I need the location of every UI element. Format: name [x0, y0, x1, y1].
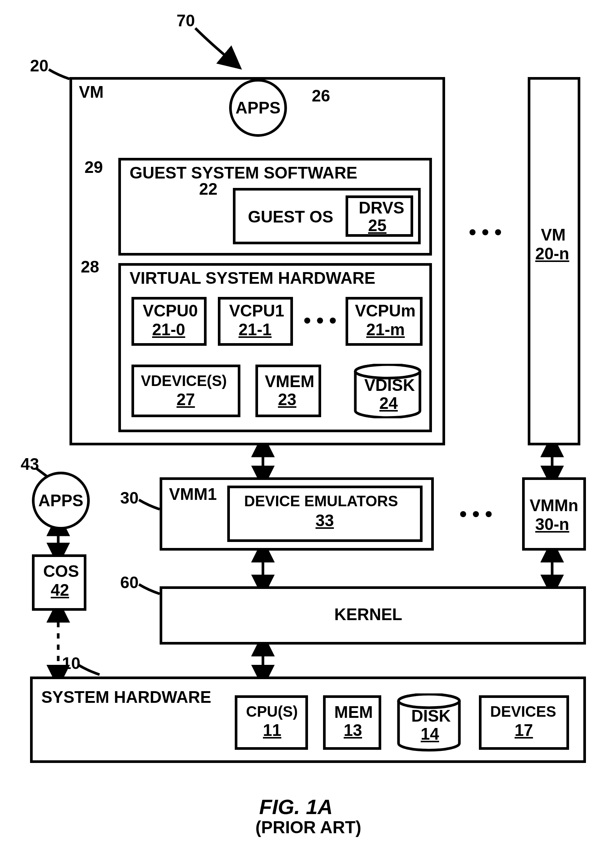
- cos-label: COS: [43, 562, 79, 581]
- ref-vcpu1: 21-1: [239, 320, 272, 339]
- apps-vm-label: APPS: [236, 98, 281, 118]
- apps-cos-label: APPS: [38, 491, 83, 510]
- vmmn-label: VMMn: [530, 496, 578, 515]
- vcpu0-label: VCPU0: [143, 301, 198, 321]
- ref-vmmn: 30-n: [535, 515, 569, 534]
- cpus-label: CPU(S): [246, 703, 298, 720]
- ref-vmn: 20-n: [535, 244, 569, 263]
- ref-10: 10: [62, 654, 80, 673]
- device-emulators-label: DEVICE EMULATORS: [244, 492, 398, 510]
- ref-disk: 14: [421, 725, 439, 744]
- gss-label: GUEST SYSTEM SOFTWARE: [130, 163, 357, 183]
- kernel-label: KERNEL: [334, 605, 402, 624]
- vmm-ellipsis: [460, 511, 492, 517]
- ref-33: 33: [316, 511, 334, 530]
- ref-vdisk: 24: [379, 394, 398, 413]
- vcpum-label: VCPUm: [355, 301, 415, 321]
- ref-mem: 13: [344, 721, 362, 740]
- ref-cos: 42: [51, 581, 69, 600]
- vmem-label: VMEM: [265, 372, 314, 391]
- devices-label: DEVICES: [490, 703, 556, 720]
- vsh-label: VIRTUAL SYSTEM HARDWARE: [130, 269, 375, 288]
- vmn-label: VM: [541, 226, 566, 245]
- disk-label: DISK: [411, 707, 451, 726]
- vmm1-label: VMM1: [169, 485, 217, 504]
- drvs-label: DRVS: [359, 198, 404, 218]
- ref-22: 22: [199, 180, 217, 199]
- vm-ellipsis: [470, 229, 501, 235]
- vcpu-ellipsis: [304, 318, 336, 324]
- apps-cos-circle: APPS: [32, 472, 90, 530]
- vdevices-label: VDEVICE(S): [141, 372, 227, 389]
- vm-label: VM: [79, 83, 104, 102]
- ref-60: 60: [120, 573, 139, 592]
- ref-30: 30: [120, 489, 139, 508]
- ref-cpus: 11: [263, 721, 281, 740]
- ref-devices: 17: [515, 721, 533, 740]
- ref-29: 29: [85, 158, 103, 177]
- ref-vmem: 23: [278, 390, 296, 409]
- ref-26: 26: [312, 86, 330, 106]
- ref-vdevices: 27: [177, 390, 195, 409]
- ref-28: 28: [81, 257, 99, 277]
- vdisk-label: VDISK: [364, 376, 415, 395]
- svg-point-11: [399, 694, 459, 708]
- figure-subtitle: (PRIOR ART): [255, 817, 361, 837]
- syshw-label: SYSTEM HARDWARE: [41, 688, 211, 707]
- ref-25: 25: [368, 216, 387, 235]
- ref-70: 70: [177, 11, 195, 30]
- vcpu1-label: VCPU1: [229, 301, 284, 321]
- mem-label: MEM: [334, 703, 373, 722]
- figure-title: FIG. 1A: [259, 795, 333, 819]
- apps-vm-circle: APPS: [229, 79, 287, 137]
- ref-43: 43: [21, 455, 39, 474]
- ref-20: 20: [30, 56, 48, 76]
- guestos-label: GUEST OS: [248, 207, 333, 227]
- ref-vcpu0: 21-0: [152, 320, 185, 339]
- ref-vcpum: 21-m: [366, 320, 405, 339]
